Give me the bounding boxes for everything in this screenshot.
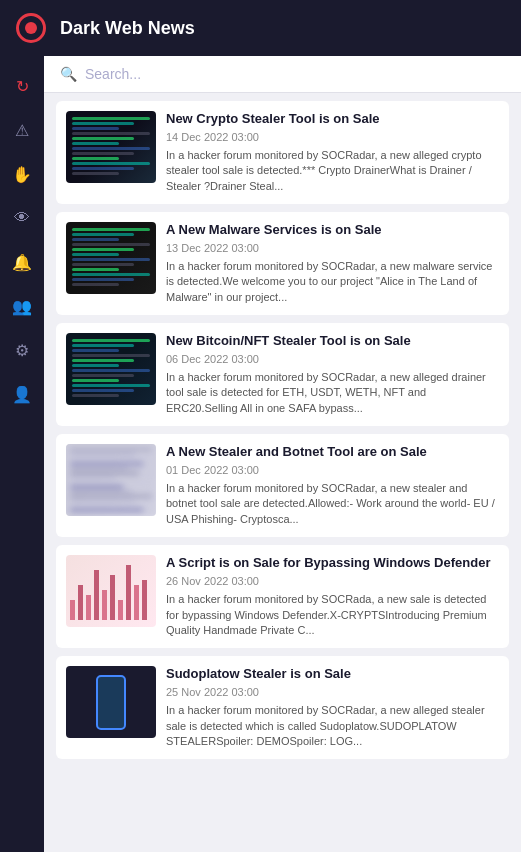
header: Dark Web News [0, 0, 521, 56]
news-excerpt: In a hacker forum monitored by SOCRadar,… [166, 370, 499, 416]
news-feed: New Crypto Stealer Tool is on Sale14 Dec… [44, 93, 521, 852]
svg-rect-7 [126, 565, 131, 620]
app-title: Dark Web News [60, 18, 195, 39]
news-date: 06 Dec 2022 03:00 [166, 353, 499, 365]
news-thumbnail [66, 666, 156, 738]
svg-rect-3 [94, 570, 99, 620]
svg-rect-6 [118, 600, 123, 620]
news-card[interactable]: New Crypto Stealer Tool is on Sale14 Dec… [56, 101, 509, 204]
sidebar-icon-settings[interactable]: ⚙ [4, 332, 40, 368]
news-thumbnail [66, 444, 156, 516]
main-layout: ↻ ⚠ ✋ 👁 🔔 👥 ⚙ 👤 🔍 New Crypto Stealer Too… [0, 56, 521, 852]
svg-rect-1 [78, 585, 83, 620]
news-date: 25 Nov 2022 03:00 [166, 686, 499, 698]
news-excerpt: In a hacker forum monitored by SOCRadar,… [166, 481, 499, 527]
news-date: 01 Dec 2022 03:00 [166, 464, 499, 476]
news-date: 13 Dec 2022 03:00 [166, 242, 499, 254]
news-title: A New Stealer and Botnet Tool are on Sal… [166, 444, 499, 461]
logo-inner-circle [25, 22, 37, 34]
sidebar-icon-refresh[interactable]: ↻ [4, 68, 40, 104]
news-card[interactable]: A New Stealer and Botnet Tool are on Sal… [56, 434, 509, 537]
sidebar-icon-bell[interactable]: 🔔 [4, 244, 40, 280]
news-title: A New Malware Services is on Sale [166, 222, 499, 239]
svg-rect-2 [86, 595, 91, 620]
news-title: Sudoplatow Stealer is on Sale [166, 666, 499, 683]
sidebar-icon-alert[interactable]: ⚠ [4, 112, 40, 148]
sidebar-icon-people[interactable]: 👥 [4, 288, 40, 324]
search-icon: 🔍 [60, 66, 77, 82]
sidebar-icon-eye[interactable]: 👁 [4, 200, 40, 236]
news-info: New Bitcoin/NFT Stealer Tool is on Sale0… [166, 333, 499, 416]
news-excerpt: In a hacker forum monitored by SOCRadar,… [166, 703, 499, 749]
svg-rect-5 [110, 575, 115, 620]
news-info: A New Malware Services is on Sale13 Dec … [166, 222, 499, 305]
news-card[interactable]: A Script is on Sale for Bypassing Window… [56, 545, 509, 648]
news-info: A Script is on Sale for Bypassing Window… [166, 555, 499, 638]
news-date: 26 Nov 2022 03:00 [166, 575, 499, 587]
news-card[interactable]: A New Malware Services is on Sale13 Dec … [56, 212, 509, 315]
sidebar-icon-hand[interactable]: ✋ [4, 156, 40, 192]
news-info: Sudoplatow Stealer is on Sale25 Nov 2022… [166, 666, 499, 749]
content-area: 🔍 New Crypto Stealer Tool is on Sale14 D… [44, 56, 521, 852]
news-info: New Crypto Stealer Tool is on Sale14 Dec… [166, 111, 499, 194]
svg-rect-9 [142, 580, 147, 620]
news-info: A New Stealer and Botnet Tool are on Sal… [166, 444, 499, 527]
news-card[interactable]: New Bitcoin/NFT Stealer Tool is on Sale0… [56, 323, 509, 426]
news-title: New Crypto Stealer Tool is on Sale [166, 111, 499, 128]
news-title: New Bitcoin/NFT Stealer Tool is on Sale [166, 333, 499, 350]
sidebar-icon-user[interactable]: 👤 [4, 376, 40, 412]
search-bar: 🔍 [44, 56, 521, 93]
news-card[interactable]: Sudoplatow Stealer is on Sale25 Nov 2022… [56, 656, 509, 759]
app-logo [16, 13, 46, 43]
svg-rect-4 [102, 590, 107, 620]
search-input[interactable] [85, 66, 505, 82]
news-thumbnail [66, 222, 156, 294]
news-thumbnail [66, 111, 156, 183]
news-excerpt: In a hacker forum monitored by SOCRada, … [166, 592, 499, 638]
sidebar: ↻ ⚠ ✋ 👁 🔔 👥 ⚙ 👤 [0, 56, 44, 852]
news-excerpt: In a hacker forum monitored by SOCRadar,… [166, 259, 499, 305]
news-thumbnail [66, 333, 156, 405]
news-date: 14 Dec 2022 03:00 [166, 131, 499, 143]
news-thumbnail [66, 555, 156, 627]
news-title: A Script is on Sale for Bypassing Window… [166, 555, 499, 572]
svg-rect-8 [134, 585, 139, 620]
news-excerpt: In a hacker forum monitored by SOCRadar,… [166, 148, 499, 194]
svg-rect-0 [70, 600, 75, 620]
